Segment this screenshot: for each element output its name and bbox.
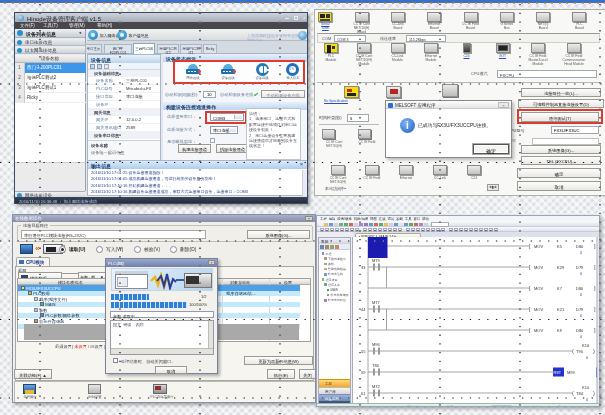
svg-text:M79: M79 — [372, 258, 381, 263]
svg-text:): ) — [593, 390, 595, 396]
svg-text:[: [ — [529, 243, 531, 249]
svg-text:T80: T80 — [372, 363, 380, 368]
svg-text:0: 0 — [580, 250, 583, 255]
svg-text:MOV: MOV — [534, 328, 543, 333]
svg-text:0: 0 — [580, 313, 583, 318]
svg-text:MOV: MOV — [534, 244, 543, 249]
svg-text:44: 44 — [361, 307, 366, 312]
svg-text:D80: D80 — [576, 328, 584, 333]
svg-text:0: 0 — [586, 397, 589, 402]
svg-text:K10: K10 — [582, 343, 590, 348]
svg-text:(: ( — [572, 390, 574, 396]
svg-text:]: ] — [594, 306, 596, 312]
svg-text:]: ] — [594, 243, 596, 249]
svg-text:61: 61 — [361, 391, 366, 396]
svg-text:K21: K21 — [557, 307, 565, 312]
svg-text:]: ] — [594, 264, 596, 270]
svg-text:K9: K9 — [557, 328, 563, 333]
svg-text:D80: D80 — [576, 244, 584, 249]
svg-text:T90: T90 — [576, 349, 584, 354]
svg-text:0: 0 — [580, 334, 583, 339]
svg-text:D80: D80 — [576, 286, 584, 291]
svg-text:K7: K7 — [557, 286, 563, 291]
svg-text:D79: D79 — [576, 307, 584, 312]
svg-text:D79: D79 — [576, 265, 584, 270]
svg-text:K29: K29 — [557, 265, 565, 270]
svg-text:59: 59 — [361, 370, 366, 375]
svg-text:0: 0 — [586, 355, 589, 360]
svg-text:[: [ — [529, 285, 531, 291]
svg-text:MOV: MOV — [534, 307, 543, 312]
svg-text:[: [ — [529, 264, 531, 270]
svg-text:33: 33 — [361, 265, 366, 270]
svg-text:55: 55 — [361, 349, 366, 354]
svg-text:K10: K10 — [582, 385, 590, 390]
svg-text:K5: K5 — [557, 244, 563, 249]
svg-text:[: [ — [529, 306, 531, 312]
svg-text:[: [ — [529, 327, 531, 333]
svg-text:MOV: MOV — [534, 265, 543, 270]
svg-text:T84: T84 — [576, 391, 584, 396]
svg-text:M99: M99 — [567, 370, 576, 375]
svg-text:M77: M77 — [372, 300, 381, 305]
svg-text:RST: RST — [554, 371, 562, 375]
svg-text:(: ( — [572, 348, 574, 354]
svg-text:]: ] — [594, 327, 596, 333]
svg-text:]: ] — [594, 285, 596, 291]
svg-text:): ) — [593, 348, 595, 354]
svg-text:M96: M96 — [372, 342, 381, 347]
svg-text:M72: M72 — [372, 384, 381, 389]
svg-text:0: 0 — [580, 292, 583, 297]
svg-text:0: 0 — [580, 271, 583, 276]
svg-text:MOV: MOV — [534, 286, 543, 291]
